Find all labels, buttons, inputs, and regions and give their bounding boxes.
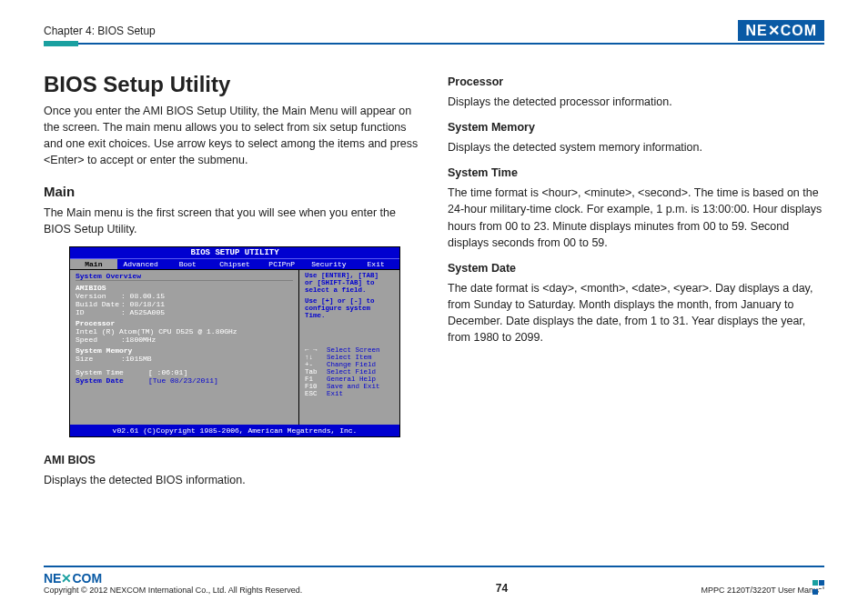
page-footer: NE✕COM Copyright © 2012 NEXCOM Internati…	[44, 566, 824, 595]
bios-tab-chipset: Chipset	[211, 259, 258, 269]
bios-nav-help: ← →Select Screen ↑↓Select Item +-Change …	[305, 346, 394, 397]
amibios-paragraph: Displays the detected BIOS information.	[44, 472, 420, 488]
bios-nav-key: Tab	[305, 368, 327, 376]
page-number: 74	[496, 582, 508, 595]
bios-size-val: :1015MB	[121, 355, 152, 363]
bios-tab-boot: Boot	[164, 259, 211, 269]
bios-title: BIOS SETUP UTILITY	[70, 247, 399, 258]
processor-paragraph: Displays the detected processor informat…	[448, 94, 824, 110]
systime-heading: System Time	[448, 166, 824, 179]
bios-nav-key: ↑↓	[305, 354, 327, 361]
bios-nav-val: Select Item	[327, 354, 372, 361]
page-title: BIOS Setup Utility	[44, 72, 420, 97]
chapter-label: Chapter 4: BIOS Setup	[44, 25, 156, 37]
footer-logo: NE✕COM	[44, 571, 302, 586]
sysdate-heading: System Date	[448, 262, 824, 275]
right-column: Processor Displays the detected processo…	[448, 72, 824, 497]
systime-paragraph: The time format is <hour>, <minute>, <se…	[448, 185, 824, 251]
bios-build-key: Build Date	[76, 300, 121, 308]
brand-logo: NE✕COM	[738, 22, 824, 39]
bios-sysdate-val: [Tue 08/23/2011]	[148, 376, 218, 385]
bios-hint-line: configure system Time.	[305, 305, 394, 319]
bios-nav-val: Save and Exit	[327, 383, 380, 390]
bios-footer: v02.61 (C)Copyright 1985-2006, American …	[70, 425, 399, 436]
bios-left-pane: System Overview AMIBIOS Version: 08.00.1…	[70, 270, 299, 425]
bios-tab-advanced: Advanced	[117, 259, 165, 269]
bios-tab-main: Main	[70, 259, 117, 269]
bios-version-val: : 08.00.15	[121, 292, 165, 300]
sysmem-paragraph: Displays the detected system memory info…	[448, 139, 824, 155]
bios-nav-val: Select Screen	[327, 346, 380, 354]
bios-nav-val: Change Field	[327, 361, 376, 368]
bios-sysmem-head: System Memory	[76, 346, 293, 355]
page-header: Chapter 4: BIOS Setup NE✕COM	[44, 22, 824, 39]
bios-hint-line: Use [ENTER], [TAB]	[305, 272, 394, 279]
bios-speed-key: Speed	[76, 336, 121, 344]
footer-decoration-icon	[812, 578, 824, 596]
bios-hint-line: Use [+] or [-] to	[305, 297, 394, 305]
left-column: BIOS Setup Utility Once you enter the AM…	[44, 72, 420, 497]
bios-nav-val: General Help	[327, 376, 376, 383]
bios-nav-key: +-	[305, 361, 327, 368]
bios-processor-head: Processor	[76, 319, 293, 327]
bios-speed-val: :1800MHz	[121, 336, 156, 344]
footer-right: MPPC 2120T/3220T User Manual	[701, 586, 824, 595]
bios-systime-val: [ :06:01]	[148, 368, 187, 376]
bios-nav-val: Exit	[327, 390, 343, 397]
bios-nav-key: ← →	[305, 346, 327, 354]
amibios-heading: AMI BIOS	[44, 454, 420, 466]
sysmem-heading: System Memory	[448, 121, 824, 134]
footer-copyright: Copyright © 2012 NEXCOM International Co…	[44, 586, 302, 595]
bios-nav-key: F10	[305, 383, 327, 390]
main-paragraph: The Main menu is the first screen that y…	[44, 205, 420, 237]
bios-tab-pcipnp: PCIPnP	[258, 259, 306, 269]
bios-nav-key: ESC	[305, 390, 327, 397]
bios-right-pane: Use [ENTER], [TAB] or [SHIFT-TAB] to sel…	[299, 270, 399, 425]
footer-left: NE✕COM Copyright © 2012 NEXCOM Internati…	[44, 571, 302, 595]
bios-overview: System Overview	[76, 272, 293, 281]
bios-tab-security: Security	[306, 259, 353, 269]
header-rule	[44, 43, 824, 45]
footer-manual: MPPC 2120T/3220T User Manual	[701, 586, 824, 595]
bios-nav-key: F1	[305, 376, 327, 383]
bios-id-val: : A525A005	[121, 308, 165, 316]
sysdate-paragraph: The date format is <day>, <month>, <date…	[448, 280, 824, 346]
processor-heading: Processor	[448, 75, 824, 88]
bios-nav-val: Select Field	[327, 368, 376, 376]
bios-hint-line: select a field.	[305, 286, 394, 294]
bios-build-val: : 08/18/11	[121, 300, 165, 308]
bios-size-key: Size	[76, 355, 121, 363]
bios-screenshot: BIOS SETUP UTILITY Main Advanced Boot Ch…	[69, 246, 400, 437]
main-heading: Main	[44, 184, 420, 199]
bios-hint-line: or [SHIFT-TAB] to	[305, 279, 394, 286]
bios-id-key: ID	[76, 308, 121, 316]
intro-paragraph: Once you enter the AMI BIOS Setup Utilit…	[44, 103, 420, 169]
bios-sysdate-key: System Date	[76, 376, 148, 385]
bios-systime-key: System Time	[76, 368, 148, 376]
bios-version-key: Version	[76, 292, 121, 300]
bios-processor-val: Intel (R) Atom(TM) CPU D525 @ 1.80GHz	[76, 327, 237, 336]
bios-tab-exit: Exit	[352, 259, 399, 269]
bios-amibios-head: AMIBIOS	[76, 284, 293, 292]
bios-tabs: Main Advanced Boot Chipset PCIPnP Securi…	[70, 258, 399, 270]
